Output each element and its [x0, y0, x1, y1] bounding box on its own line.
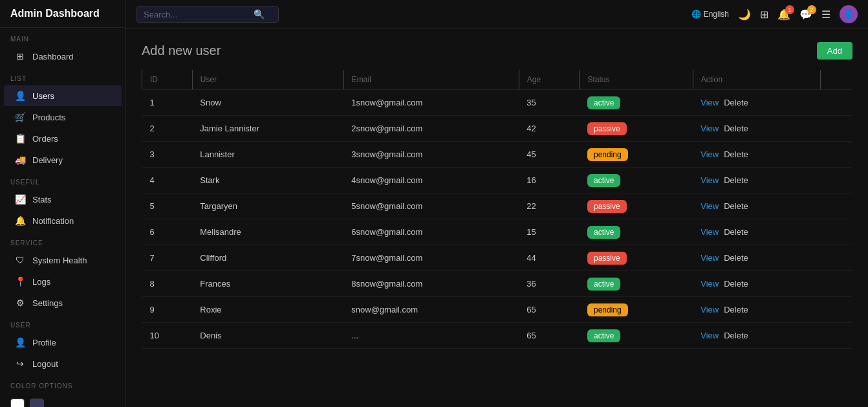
view-button[interactable]: View [700, 305, 719, 314]
delete-button[interactable]: Delete [724, 149, 748, 159]
cell-id: 8 [142, 271, 193, 297]
delete-button[interactable]: Delete [724, 279, 748, 289]
cell-id: 7 [142, 245, 193, 271]
cell-status: active [580, 90, 693, 116]
color-swatch-dark[interactable] [30, 399, 44, 407]
table-col- [820, 70, 852, 90]
view-button[interactable]: View [700, 124, 719, 133]
cell-id: 9 [142, 297, 193, 323]
cell-age: 44 [519, 245, 580, 271]
cell-user: Stark [192, 168, 343, 193]
sidebar-item-logout[interactable]: ↪Logout [4, 353, 122, 374]
table-row: 9Roxiesnow@gmail.com65pendingViewDelete [142, 297, 853, 323]
sidebar-item-stats[interactable]: 📈Stats [4, 189, 122, 210]
delete-button[interactable]: Delete [724, 253, 748, 263]
status-badge: pending [587, 303, 628, 316]
cell-action: ViewDelete [693, 219, 820, 245]
grid-icon[interactable]: ⊞ [760, 8, 768, 21]
cell-status: passive [580, 193, 693, 219]
color-swatch-white[interactable] [10, 399, 25, 407]
delete-button[interactable]: Delete [724, 98, 748, 107]
view-button[interactable]: View [700, 98, 719, 107]
view-button[interactable]: View [700, 201, 719, 211]
view-button[interactable]: View [700, 279, 719, 289]
sidebar-item-label: Profile [32, 338, 56, 347]
cell-extra [820, 297, 852, 323]
list-icon[interactable]: ☰ [821, 8, 830, 21]
page-header: Add new user Add [142, 42, 852, 60]
cell-action: ViewDelete [693, 90, 820, 116]
system-health-icon: 🛡 [14, 255, 26, 265]
table-col-status: Status [580, 70, 693, 90]
sidebar-section-label: LIST [0, 67, 125, 85]
view-button[interactable]: View [700, 253, 719, 263]
table-row: 7Clifford7snow@gmail.com44passiveViewDel… [142, 245, 853, 271]
delete-button[interactable]: Delete [724, 227, 748, 237]
sidebar-item-delivery[interactable]: 🚚Delivery [4, 149, 122, 170]
view-button[interactable]: View [700, 175, 719, 185]
cell-age: 45 [519, 142, 580, 168]
sidebar-item-products[interactable]: 🛒Products [4, 107, 122, 127]
cell-id: 5 [142, 193, 193, 219]
stats-icon: 📈 [14, 194, 26, 204]
sidebar-item-profile[interactable]: 👤Profile [4, 332, 122, 353]
sidebar-item-label: Logout [32, 359, 58, 369]
sidebar-section-label: USER [0, 314, 125, 331]
delete-button[interactable]: Delete [724, 331, 748, 340]
view-button[interactable]: View [700, 227, 719, 237]
status-badge: pending [587, 148, 628, 161]
cell-email: snow@gmail.com [343, 297, 519, 323]
sidebar-item-logs[interactable]: 📍Logs [4, 271, 122, 292]
cell-email: 1snow@gmail.com [343, 90, 519, 116]
cell-user: Lannister [192, 142, 343, 168]
cell-id: 10 [142, 323, 193, 349]
notification-bell[interactable]: 🔔 1 [777, 8, 790, 21]
cell-action: ViewDelete [693, 142, 820, 168]
dark-mode-toggle[interactable]: 🌙 [738, 8, 751, 21]
avatar[interactable]: 👤 [840, 5, 858, 23]
sidebar-item-settings[interactable]: ⚙Settings [4, 292, 122, 313]
cell-user: Frances [192, 271, 343, 297]
message-icon[interactable]: 💬 2 [799, 8, 812, 21]
cell-extra [820, 245, 852, 271]
sidebar-item-label: Orders [32, 134, 58, 144]
status-badge: passive [587, 252, 627, 265]
cell-age: 35 [519, 90, 580, 116]
cell-user: Denis [192, 323, 343, 349]
cell-user: Melisandre [192, 219, 343, 245]
sidebar-item-users[interactable]: 👤Users [4, 85, 122, 106]
status-badge: active [587, 226, 620, 239]
cell-email: 2snow@gmail.com [343, 116, 519, 142]
delete-button[interactable]: Delete [724, 124, 748, 133]
cell-email: 5snow@gmail.com [343, 193, 519, 219]
cell-extra [820, 219, 852, 245]
cell-user: Jamie Lannister [192, 116, 343, 142]
cell-action: ViewDelete [693, 323, 820, 349]
view-button[interactable]: View [700, 331, 719, 340]
sidebar: Admin Dashboard MAIN⊞DashboardLIST👤Users… [0, 0, 126, 407]
sidebar-item-orders[interactable]: 📋Orders [4, 128, 122, 149]
view-button[interactable]: View [700, 149, 719, 159]
content-area: Add new user Add IDUserEmailAgeStatusAct… [126, 29, 868, 407]
status-badge: passive [587, 122, 627, 135]
add-user-button[interactable]: Add [817, 42, 852, 60]
products-icon: 🛒 [14, 112, 26, 122]
sidebar-item-notification[interactable]: 🔔Notification [4, 210, 122, 231]
app-logo: Admin Dashboard [0, 0, 125, 28]
table-row: 3Lannister3snow@gmail.com45pendingViewDe… [142, 142, 853, 168]
sidebar-section-label: MAIN [0, 28, 125, 45]
language-selector[interactable]: 🌐 English [691, 10, 729, 19]
sidebar-item-dashboard[interactable]: ⊞Dashboard [4, 46, 122, 67]
sidebar-item-label: Stats [32, 195, 52, 204]
cell-email: 8snow@gmail.com [343, 271, 519, 297]
delete-button[interactable]: Delete [724, 175, 748, 185]
cell-extra [820, 168, 852, 193]
search-input[interactable] [144, 10, 254, 19]
cell-id: 6 [142, 219, 193, 245]
orders-icon: 📋 [14, 133, 26, 144]
delete-button[interactable]: Delete [724, 305, 748, 314]
sidebar-item-system-health[interactable]: 🛡System Health [4, 250, 122, 270]
cell-age: 65 [519, 297, 580, 323]
delete-button[interactable]: Delete [724, 201, 748, 211]
search-icon[interactable]: 🔍 [254, 9, 265, 19]
